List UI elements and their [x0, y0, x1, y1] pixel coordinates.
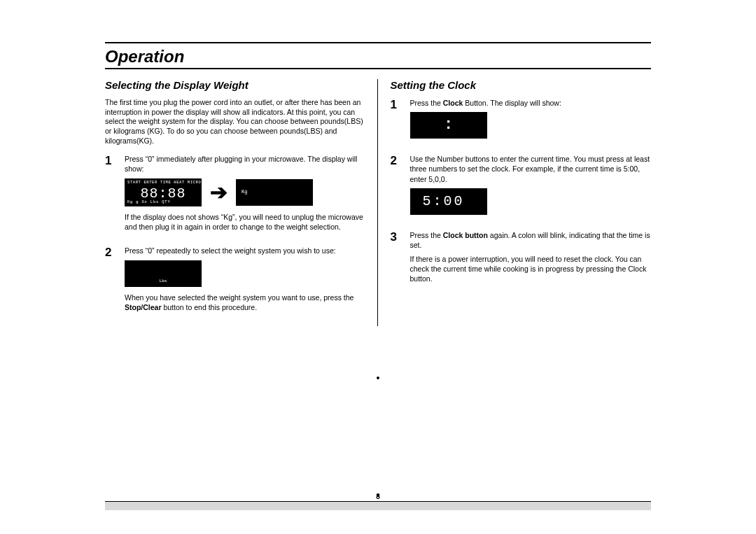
step-right-1: 1 Press the Clock Button. The display wi…: [391, 98, 652, 144]
display-row: 5:00: [410, 188, 652, 215]
step-bold: Clock button: [443, 231, 488, 239]
lcd-display-lbs: Lbs: [125, 260, 202, 287]
step-text: Press the Clock Button. The display will…: [410, 98, 561, 108]
intro-text: The first time you plug the power cord i…: [105, 98, 366, 146]
step-pre: Press the: [410, 231, 443, 239]
step-bold: Clock: [443, 99, 463, 107]
display-row: :: [410, 112, 561, 139]
columns: Selecting the Display Weight The first t…: [105, 79, 651, 326]
step-right-2: 2 Use the Number buttons to enter the cu…: [391, 154, 652, 220]
step-body: Press the Clock Button. The display will…: [410, 98, 561, 144]
top-rule: [105, 42, 651, 43]
step-left-1: 1 Press “0” immediately after plugging i…: [105, 154, 366, 236]
lcd-display-full: START ENTER TIME HEAT MICRO 88:88 Kg g O…: [125, 178, 202, 206]
column-left: Selecting the Display Weight The first t…: [105, 79, 378, 326]
step-left-2: 2 Press “0” repeatedly to select the wei…: [105, 246, 366, 316]
arrow-icon: ➔: [210, 178, 227, 207]
lcd-display-kg: Kg: [236, 179, 313, 206]
heading-setting-clock: Setting the Clock: [391, 79, 652, 91]
dot-icon: [377, 377, 379, 379]
lcd-display-500: 5:00: [410, 188, 487, 215]
step-after-text: If there is a power interruption, you wi…: [410, 254, 652, 284]
step-right-3: 3 Press the Clock button again. A colon …: [391, 230, 652, 288]
manual-page: Operation Selecting the Display Weight T…: [0, 0, 756, 354]
step-post: Button. The display will show:: [463, 99, 561, 107]
display-bottom-indicators: Kg g Oz Lbs QTY: [127, 199, 199, 204]
after-post: button to end this procedure.: [162, 303, 258, 311]
display-lbs-label: Lbs: [160, 279, 167, 284]
heading-display-weight: Selecting the Display Weight: [105, 79, 366, 91]
display-time-500: 5:00: [423, 188, 465, 215]
step-pre: Press the: [410, 99, 443, 107]
step-body: Press “0” repeatedly to select the weigh…: [125, 246, 366, 316]
page-title: Operation: [105, 45, 651, 69]
step-after-text: When you have selected the weight system…: [125, 293, 366, 312]
display-colon: :: [410, 112, 487, 139]
step-body: Use the Number buttons to enter the curr…: [410, 154, 652, 220]
lcd-display-colon: :: [410, 112, 487, 139]
step-text: Press the Clock button again. A colon wi…: [410, 230, 652, 250]
footer-bar: [105, 501, 651, 510]
page-number: 8: [0, 493, 756, 500]
step-number: 2: [391, 154, 400, 220]
step-number: 1: [391, 98, 400, 144]
step-number: 2: [105, 246, 115, 316]
display-row: Lbs: [125, 260, 366, 287]
after-bold: Stop/Clear: [125, 303, 162, 311]
step-text: Press “0” immediately after plugging in …: [125, 154, 366, 174]
step-number: 1: [105, 154, 115, 236]
display-kg-label: Kg: [241, 189, 247, 195]
display-row: START ENTER TIME HEAT MICRO 88:88 Kg g O…: [125, 178, 366, 207]
step-after-text: If the display does not shows “Kg”, you …: [125, 212, 366, 232]
column-right: Setting the Clock 1 Press the Clock Butt…: [391, 79, 652, 326]
step-text: Press “0” repeatedly to select the weigh…: [125, 246, 366, 255]
step-text: Use the Number buttons to enter the curr…: [410, 154, 652, 184]
step-body: Press “0” immediately after plugging in …: [125, 154, 366, 236]
after-pre: When you have selected the weight system…: [125, 293, 354, 302]
step-number: 3: [391, 230, 400, 288]
step-body: Press the Clock button again. A colon wi…: [410, 230, 652, 288]
